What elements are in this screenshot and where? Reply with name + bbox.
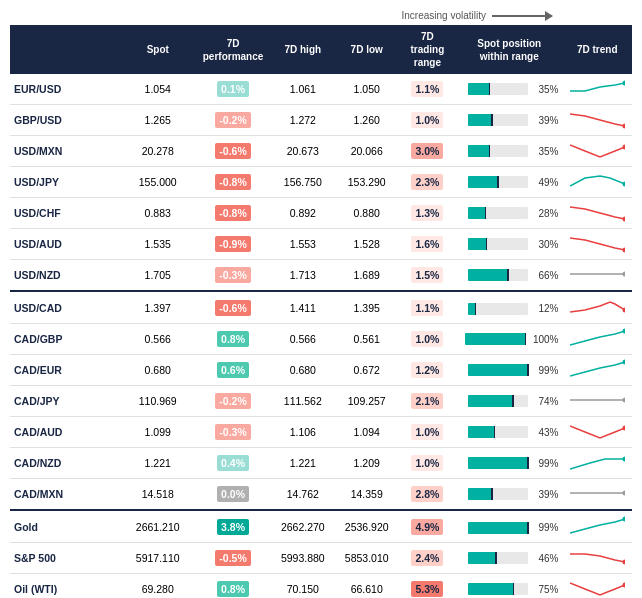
svg-point-4: [622, 217, 625, 222]
row-range: 2.1%: [399, 386, 456, 417]
row-spot: 0.883: [120, 198, 195, 229]
row-spot: 14.518: [120, 479, 195, 511]
col-header-name: [10, 25, 120, 74]
row-spot: 1.535: [120, 229, 195, 260]
row-perf: -0.3%: [195, 260, 271, 292]
row-name: CAD/AUD: [10, 417, 120, 448]
row-trend: [563, 574, 633, 599]
svg-point-10: [622, 398, 625, 403]
svg-point-8: [622, 329, 625, 334]
table-row: GBP/USD 1.265 -0.2% 1.272 1.260 1.0% 39%: [10, 105, 632, 136]
svg-point-14: [622, 517, 625, 522]
row-low: 1.094: [335, 417, 399, 448]
row-low: 1.209: [335, 448, 399, 479]
row-spot: 0.680: [120, 355, 195, 386]
trend-chart: [570, 77, 625, 99]
row-high: 70.150: [271, 574, 335, 599]
table-row: CAD/EUR 0.680 0.6% 0.680 0.672 1.2% 99%: [10, 355, 632, 386]
row-trend: [563, 74, 633, 105]
row-range: 1.6%: [399, 229, 456, 260]
svg-point-3: [622, 182, 625, 187]
row-high: 1.061: [271, 74, 335, 105]
trend-chart: [570, 170, 625, 192]
table-row: CAD/JPY 110.969 -0.2% 111.562 109.257 2.…: [10, 386, 632, 417]
row-trend: [563, 510, 633, 543]
row-name: CAD/EUR: [10, 355, 120, 386]
row-spot-pos: 66%: [456, 260, 562, 292]
row-range: 1.1%: [399, 74, 456, 105]
trend-chart: [570, 389, 625, 411]
row-low: 0.880: [335, 198, 399, 229]
row-name: Oil (WTI): [10, 574, 120, 599]
row-spot: 155.000: [120, 167, 195, 198]
row-spot: 110.969: [120, 386, 195, 417]
row-high: 0.566: [271, 324, 335, 355]
row-high: 20.673: [271, 136, 335, 167]
trend-chart: [570, 420, 625, 442]
row-name: CAD/NZD: [10, 448, 120, 479]
row-name: USD/NZD: [10, 260, 120, 292]
col-header-perf: 7Dperformance: [195, 25, 271, 74]
trend-chart: [570, 201, 625, 223]
row-spot: 5917.110: [120, 543, 195, 574]
trend-chart: [570, 451, 625, 473]
row-range: 2.3%: [399, 167, 456, 198]
table-row: USD/MXN 20.278 -0.6% 20.673 20.066 3.0% …: [10, 136, 632, 167]
col-header-trend: 7D trend: [563, 25, 633, 74]
row-range: 1.0%: [399, 448, 456, 479]
trend-chart: [570, 482, 625, 504]
row-range: 2.4%: [399, 543, 456, 574]
row-spot: 69.280: [120, 574, 195, 599]
trend-chart: [570, 296, 625, 318]
table-row: USD/NZD 1.705 -0.3% 1.713 1.689 1.5% 66%: [10, 260, 632, 292]
main-table: Spot 7Dperformance 7D high 7D low 7D tra…: [10, 25, 632, 598]
row-spot-pos: 99%: [456, 448, 562, 479]
row-range: 3.0%: [399, 136, 456, 167]
row-spot: 1.221: [120, 448, 195, 479]
row-name: CAD/JPY: [10, 386, 120, 417]
table-row: USD/CAD 1.397 -0.6% 1.411 1.395 1.1% 12%: [10, 291, 632, 324]
row-range: 1.0%: [399, 105, 456, 136]
table-row: USD/JPY 155.000 -0.8% 156.750 153.290 2.…: [10, 167, 632, 198]
row-trend: [563, 386, 633, 417]
svg-point-1: [622, 124, 625, 129]
row-perf: 0.6%: [195, 355, 271, 386]
row-range: 1.0%: [399, 417, 456, 448]
row-spot: 1.705: [120, 260, 195, 292]
row-spot-pos: 39%: [456, 105, 562, 136]
row-name: S&P 500: [10, 543, 120, 574]
row-range: 1.0%: [399, 324, 456, 355]
row-trend: [563, 355, 633, 386]
row-spot-pos: 35%: [456, 74, 562, 105]
col-header-range: 7D tradingrange: [399, 25, 456, 74]
trend-chart: [570, 546, 625, 568]
svg-point-0: [622, 81, 625, 86]
row-high: 1.553: [271, 229, 335, 260]
row-spot: 0.566: [120, 324, 195, 355]
row-spot: 1.265: [120, 105, 195, 136]
table-row: Oil (WTI) 69.280 0.8% 70.150 66.610 5.3%…: [10, 574, 632, 599]
row-spot-pos: 46%: [456, 543, 562, 574]
table-row: CAD/AUD 1.099 -0.3% 1.106 1.094 1.0% 43%: [10, 417, 632, 448]
row-high: 0.892: [271, 198, 335, 229]
col-header-spot: Spot: [120, 25, 195, 74]
row-range: 4.9%: [399, 510, 456, 543]
row-trend: [563, 198, 633, 229]
row-name: CAD/MXN: [10, 479, 120, 511]
volatility-label: Increasing volatility: [402, 10, 486, 21]
row-trend: [563, 260, 633, 292]
svg-point-12: [622, 457, 625, 462]
row-spot-pos: 49%: [456, 167, 562, 198]
row-low: 66.610: [335, 574, 399, 599]
svg-point-16: [622, 583, 625, 588]
row-spot: 20.278: [120, 136, 195, 167]
row-perf: -0.8%: [195, 167, 271, 198]
row-spot-pos: 100%: [456, 324, 562, 355]
row-range: 1.3%: [399, 198, 456, 229]
table-row: Gold 2661.210 3.8% 2662.270 2536.920 4.9…: [10, 510, 632, 543]
row-name: CAD/GBP: [10, 324, 120, 355]
row-trend: [563, 136, 633, 167]
row-trend: [563, 543, 633, 574]
row-spot: 1.397: [120, 291, 195, 324]
row-trend: [563, 324, 633, 355]
